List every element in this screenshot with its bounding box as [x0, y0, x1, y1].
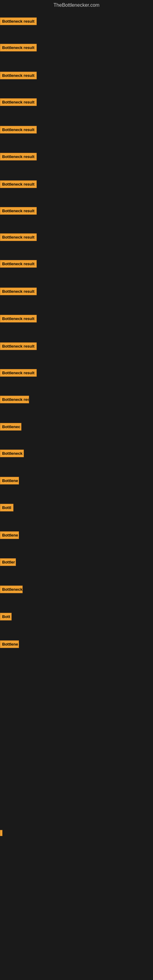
bottleneck-result-item[interactable]: Bottleneck result	[0, 180, 37, 188]
bottleneck-result-item[interactable]: Bottleneck result	[0, 98, 37, 106]
bottleneck-result-item[interactable]: Bottl	[0, 504, 13, 511]
bottleneck-result-item[interactable]: Bottleneck result	[0, 72, 37, 79]
bottleneck-result-item[interactable]: Bottleneck result	[0, 126, 37, 134]
bottleneck-result-item[interactable]: Bottlene	[0, 477, 19, 485]
bottleneck-result-item[interactable]: Bottlene	[0, 640, 19, 648]
bottleneck-result-item[interactable]: Bottleneck result	[0, 260, 37, 268]
bottleneck-result-item[interactable]: Bottleneck result	[0, 369, 37, 377]
bottleneck-small-bar	[0, 830, 2, 836]
bottleneck-result-item[interactable]: Bottleneck result	[0, 315, 37, 323]
bottleneck-result-item[interactable]: Bottleneck result	[0, 342, 37, 350]
bottleneck-result-item[interactable]: Bottleneck result	[0, 18, 37, 25]
bottleneck-result-item[interactable]: Bottleneck	[0, 585, 22, 593]
bottleneck-result-item[interactable]: Bott	[0, 613, 12, 620]
bottleneck-result-item[interactable]: Bottleneck r	[0, 450, 24, 457]
bottleneck-result-item[interactable]: Bottleneck result	[0, 288, 37, 295]
bottleneck-result-item[interactable]: Bottleneck result	[0, 44, 37, 51]
bottleneck-result-item[interactable]: Bottleneck result	[0, 207, 37, 215]
site-title: TheBottlenecker.com	[0, 0, 153, 10]
bottleneck-result-item[interactable]: Bottlenec	[0, 423, 21, 431]
bottleneck-result-item[interactable]: Bottler	[0, 558, 16, 566]
bottleneck-result-item[interactable]: Bottleneck result	[0, 233, 37, 241]
bottleneck-result-item[interactable]: Bottleneck res	[0, 396, 29, 403]
bottleneck-result-item[interactable]: Bottleneck result	[0, 153, 37, 161]
bottleneck-result-item[interactable]: Bottlene	[0, 531, 19, 539]
